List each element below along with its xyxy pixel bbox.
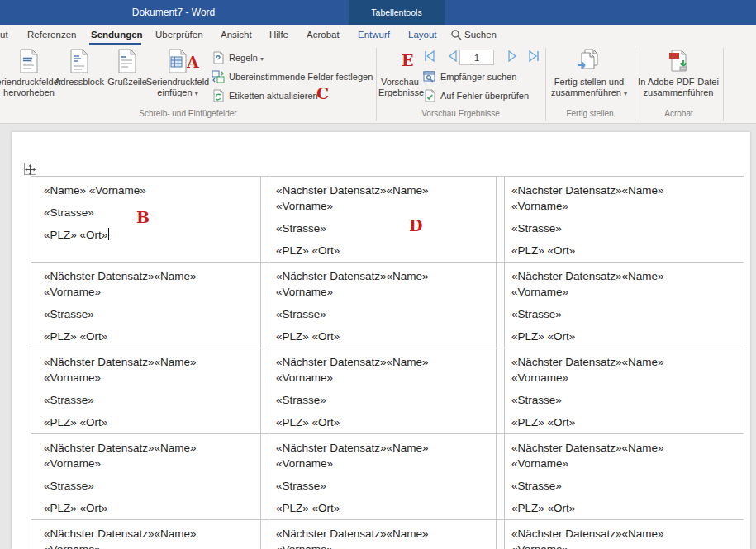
label-cell[interactable]: «Nächster Datensatz»«Name»«Vorname» «Str…: [31, 520, 261, 549]
tab-hilfe[interactable]: Hilfe: [269, 25, 288, 45]
rules-icon: [212, 51, 225, 64]
adobe-pdf-icon: [666, 49, 691, 75]
check-errors-icon: [423, 89, 436, 102]
labels-table: «Name» «Vorname» «Strasse» «PLZ» «Ort» «…: [31, 176, 744, 549]
tab-acrobat[interactable]: Acrobat: [307, 25, 340, 45]
next-record-button[interactable]: [506, 50, 519, 63]
spacer-cell: [497, 177, 505, 263]
group-label-finish: Fertig stellen: [545, 109, 635, 121]
annotation-e: E: [402, 51, 413, 69]
spacer-cell: [497, 263, 505, 348]
label-cell[interactable]: «Nächster Datensatz»«Name»«Vorname» «Str…: [269, 434, 497, 520]
ribbon-tab-strip: ut Referenzen Sendungen Überprüfen Ansic…: [0, 25, 756, 45]
spacer-cell: [261, 434, 269, 520]
greeting-line-icon: [115, 49, 140, 75]
spacer-cell: [261, 348, 269, 434]
context-tab-tabellentools[interactable]: Tabellentools: [349, 0, 445, 25]
spacer-cell: [261, 520, 269, 549]
dropdown-caret-icon: ▾: [260, 55, 264, 63]
annotation-c: C: [316, 84, 329, 102]
spacer-cell: [497, 520, 505, 549]
address-block-icon: [67, 49, 92, 75]
tab-referenzen[interactable]: Referenzen: [27, 25, 76, 45]
update-labels-icon: [212, 89, 225, 102]
dropdown-caret-icon: ▾: [624, 90, 627, 97]
label-cell[interactable]: «Nächster Datensatz»«Name»«Vorname» «Str…: [505, 348, 744, 434]
find-recipient-icon: [423, 70, 436, 83]
spacer-cell: [261, 177, 269, 263]
dropdown-caret-icon: ▾: [195, 90, 198, 97]
tab-ueberpruefen[interactable]: Überprüfen: [155, 25, 203, 45]
search-icon[interactable]: [450, 25, 462, 45]
finish-merge-icon: [577, 49, 601, 75]
highlight-merge-fields-icon: [17, 49, 41, 75]
tab-entwurf[interactable]: Entwurf: [358, 25, 390, 45]
label-cell[interactable]: «Nächster Datensatz»«Name»«Vorname» «Str…: [505, 520, 744, 549]
label-cell[interactable]: «Nächster Datensatz»«Name»«Vorname» «Str…: [269, 177, 497, 263]
label-cell[interactable]: «Nächster Datensatz»«Name»«Vorname» «Str…: [505, 434, 744, 520]
spacer-cell: [497, 348, 505, 434]
first-record-button[interactable]: [423, 50, 436, 63]
annotation-d: D: [409, 216, 422, 234]
label-cell[interactable]: «Nächster Datensatz»«Name»«Vorname» «Str…: [269, 263, 497, 348]
label-cell[interactable]: «Nächster Datensatz»«Name»«Vorname» «Str…: [31, 348, 261, 434]
group-separator: [723, 48, 724, 121]
annotation-a: A: [187, 53, 199, 71]
table-move-handle-icon[interactable]: [24, 163, 36, 175]
ribbon: eriendruckfelder hervorheben Adressblock…: [0, 45, 756, 124]
last-record-button[interactable]: [527, 50, 540, 63]
group-label-preview: Vorschau Ergebnisse: [376, 109, 545, 121]
previous-record-button[interactable]: [446, 50, 459, 63]
window-title: Dokument7 - Word: [0, 0, 347, 25]
annotation-b: B: [136, 208, 150, 226]
text-cursor: [108, 228, 109, 240]
title-bar: Dokument7 - Word Tabellentools: [0, 0, 756, 25]
label-cell[interactable]: «Nächster Datensatz»«Name»«Vorname» «Str…: [31, 263, 261, 348]
document-area: «Name» «Vorname» «Strasse» «PLZ» «Ort» «…: [0, 124, 756, 549]
label-cell[interactable]: «Nächster Datensatz»«Name»«Vorname» «Str…: [505, 177, 744, 263]
label-cell[interactable]: «Nächster Datensatz»«Name»«Vorname» «Str…: [269, 348, 497, 434]
spacer-cell: [261, 263, 269, 348]
group-label-write-insert: Schreib- und Einfügefelder: [0, 109, 376, 121]
label-cell[interactable]: «Nächster Datensatz»«Name»«Vorname» «Str…: [31, 434, 261, 520]
tab-ansicht[interactable]: Ansicht: [221, 25, 252, 45]
search-input[interactable]: Suchen: [464, 25, 497, 45]
tab-layout[interactable]: Layout: [408, 25, 437, 45]
document-page[interactable]: «Name» «Vorname» «Strasse» «PLZ» «Ort» «…: [12, 132, 750, 549]
record-number-input[interactable]: [459, 50, 494, 65]
match-fields-icon: [212, 70, 225, 83]
spacer-cell: [497, 434, 505, 520]
tab-clipped[interactable]: ut: [0, 25, 8, 45]
label-cell[interactable]: «Nächster Datensatz»«Name»«Vorname» «Str…: [269, 520, 497, 549]
label-cell[interactable]: «Nächster Datensatz»«Name»«Vorname» «Str…: [505, 263, 744, 348]
group-label-acrobat: Acrobat: [635, 109, 723, 121]
